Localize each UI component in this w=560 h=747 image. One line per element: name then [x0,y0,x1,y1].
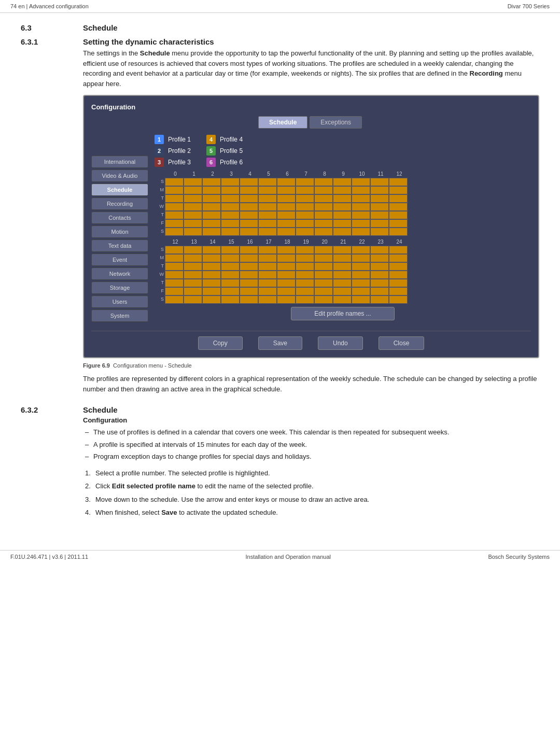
grid-cell[interactable] [296,211,314,219]
grid-cell[interactable] [184,254,202,262]
grid-cell[interactable] [370,194,389,203]
grid-cell[interactable] [240,279,258,287]
grid-cell[interactable] [165,194,184,203]
grid-cell[interactable] [277,287,296,295]
grid-cell[interactable] [296,262,314,271]
grid-cell[interactable] [184,211,202,219]
grid-cell[interactable] [202,211,221,219]
grid-cell[interactable] [370,203,389,211]
grid-cell[interactable] [370,211,389,219]
grid-cell[interactable] [389,219,408,228]
grid-cell[interactable] [370,262,389,271]
sidebar-item-event[interactable]: Event [91,253,148,266]
grid-cell[interactable] [314,262,333,271]
grid-cells[interactable] [165,219,408,228]
grid-cell[interactable] [202,262,221,271]
grid-cell[interactable] [240,219,258,228]
grid-cell[interactable] [184,178,202,186]
grid-cell[interactable] [352,246,370,254]
grid-cell[interactable] [370,271,389,279]
grid-cell[interactable] [202,228,221,236]
profile-badge-6[interactable]: 6 [206,158,216,167]
grid-cell[interactable] [202,178,221,186]
grid-cell[interactable] [352,271,370,279]
grid-cell[interactable] [333,295,352,304]
grid-cell[interactable] [277,186,296,194]
grid-cell[interactable] [370,287,389,295]
grid-cell[interactable] [314,211,333,219]
grid-cell[interactable] [314,186,333,194]
grid-cell[interactable] [352,194,370,203]
grid-cell[interactable] [258,186,277,194]
grid-cell[interactable] [277,203,296,211]
grid-cell[interactable] [202,295,221,304]
sidebar-item-international[interactable]: International [91,156,148,168]
save-button[interactable]: Save [258,336,302,350]
grid-cell[interactable] [352,254,370,262]
grid-cell[interactable] [389,262,408,271]
grid-cell[interactable] [389,203,408,211]
grid-cell[interactable] [314,178,333,186]
grid-cells[interactable] [165,211,408,219]
grid-cell[interactable] [389,211,408,219]
grid-cell[interactable] [221,178,240,186]
grid-cell[interactable] [221,228,240,236]
grid-cell[interactable] [221,279,240,287]
grid-cell[interactable] [296,228,314,236]
grid-cell[interactable] [333,203,352,211]
grid-cell[interactable] [296,271,314,279]
grid-cell[interactable] [165,271,184,279]
grid-cell[interactable] [184,287,202,295]
grid-cell[interactable] [240,287,258,295]
grid-cell[interactable] [333,211,352,219]
grid-cell[interactable] [352,279,370,287]
profile-badge-4[interactable]: 4 [206,135,216,144]
sidebar-item-motion[interactable]: Motion [91,225,148,238]
grid-cell[interactable] [296,279,314,287]
grid-cell[interactable] [240,186,258,194]
grid-cell[interactable] [184,295,202,304]
grid-cell[interactable] [296,246,314,254]
close-button[interactable]: Close [379,336,425,350]
grid-cell[interactable] [240,295,258,304]
grid-cell[interactable] [240,254,258,262]
profile-badge-3[interactable]: 3 [155,158,164,167]
grid-cell[interactable] [258,279,277,287]
grid-cell[interactable] [165,254,184,262]
sidebar-item-system[interactable]: System [91,309,148,322]
sidebar-item-video-audio[interactable]: Video & Audio [91,170,148,182]
grid-cell[interactable] [184,186,202,194]
grid-cell[interactable] [258,203,277,211]
grid-cell[interactable] [258,287,277,295]
grid-cell[interactable] [314,203,333,211]
grid-cells[interactable] [165,254,408,262]
grid-cell[interactable] [389,254,408,262]
grid-cell[interactable] [202,186,221,194]
grid-cell[interactable] [221,246,240,254]
grid-cell[interactable] [277,219,296,228]
grid-cell[interactable] [277,279,296,287]
grid-cells[interactable] [165,194,408,203]
grid-cell[interactable] [165,219,184,228]
grid-cell[interactable] [277,211,296,219]
grid-cell[interactable] [296,194,314,203]
grid-cell[interactable] [165,203,184,211]
grid-cell[interactable] [296,219,314,228]
grid-cell[interactable] [202,246,221,254]
grid-cell[interactable] [314,287,333,295]
grid-cell[interactable] [240,194,258,203]
grid-cell[interactable] [296,295,314,304]
grid-cell[interactable] [258,211,277,219]
grid-cell[interactable] [389,271,408,279]
grid-cell[interactable] [184,203,202,211]
grid-cell[interactable] [165,287,184,295]
tab-exceptions[interactable]: Exceptions [310,116,362,129]
grid-cell[interactable] [258,271,277,279]
grid-cells[interactable] [165,295,408,304]
grid-cells[interactable] [165,246,408,254]
grid-cell[interactable] [389,246,408,254]
grid-cell[interactable] [296,186,314,194]
edit-profile-names-button[interactable]: Edit profile names ... [291,307,395,320]
grid-cell[interactable] [277,194,296,203]
grid-cell[interactable] [258,219,277,228]
